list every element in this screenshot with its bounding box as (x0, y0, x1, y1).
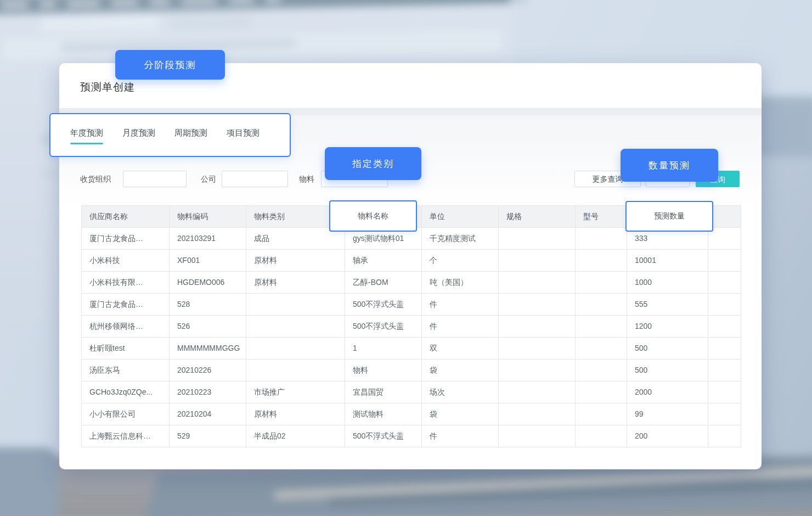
table-cell[interactable]: 小米科技有限… (82, 272, 170, 294)
table-cell[interactable]: 厦门古龙食品… (82, 228, 170, 250)
table-cell[interactable]: 宜昌国贸 (345, 382, 422, 403)
company-input[interactable] (222, 171, 288, 187)
table-cell[interactable]: 555 (627, 294, 708, 316)
table-cell[interactable]: MMMMMMMGGG (170, 338, 246, 360)
table-cell[interactable]: 500不浮式头盖 (345, 425, 422, 447)
table-cell[interactable] (708, 338, 741, 360)
table-cell[interactable] (576, 250, 627, 272)
table-cell[interactable] (499, 250, 576, 272)
table-cell[interactable]: 202103291 (170, 228, 246, 250)
table-cell[interactable] (576, 382, 627, 403)
table-cell[interactable]: 99 (627, 403, 708, 425)
receiving-org-input[interactable] (123, 171, 187, 187)
table-cell[interactable] (499, 294, 576, 316)
table-cell[interactable]: 个 (422, 250, 499, 272)
table-cell[interactable] (708, 316, 741, 338)
table-cell[interactable]: 厦门古龙食品… (82, 294, 170, 316)
table-cell[interactable] (499, 403, 576, 425)
table-cell[interactable]: 原材料 (246, 272, 345, 294)
table-cell[interactable] (499, 360, 576, 382)
table-cell[interactable]: 1000 (627, 272, 708, 294)
table-cell[interactable] (708, 403, 741, 425)
table-cell[interactable]: HGDEMO006 (170, 272, 246, 294)
table-cell[interactable]: 2000 (627, 382, 708, 403)
table-cell[interactable]: 原材料 (246, 250, 345, 272)
table-cell[interactable] (708, 425, 741, 447)
tab-1[interactable]: 年度预测 (70, 128, 103, 144)
table-cell[interactable] (708, 382, 741, 403)
table-cell[interactable] (246, 294, 345, 316)
table-cell[interactable] (499, 382, 576, 403)
material-label: 物料 (299, 171, 314, 187)
table-cell[interactable]: 测试物料 (345, 403, 422, 425)
table-cell[interactable]: 小小有限公司 (82, 403, 170, 425)
tab-4[interactable]: 项目预测 (227, 128, 260, 144)
table-cell[interactable] (576, 425, 627, 447)
table-cell[interactable]: 袋 (422, 403, 499, 425)
table-cell[interactable]: GCHo3Jzq0ZQe... (82, 382, 170, 403)
table-cell[interactable]: 件 (422, 294, 499, 316)
tab-2[interactable]: 月度预测 (122, 128, 155, 144)
column-header-9 (708, 206, 741, 228)
table-cell[interactable]: 上海甄云信息科… (82, 425, 170, 447)
table-cell[interactable]: 500 (627, 360, 708, 382)
table-cell[interactable] (708, 272, 741, 294)
table-cell[interactable] (576, 228, 627, 250)
table-cell[interactable] (576, 338, 627, 360)
table-cell[interactable] (708, 228, 741, 250)
forecast-table: 供应商名称物料编码物料类别物料名称单位规格型号预测数量厦门古龙食品…202103… (81, 205, 741, 447)
table-cell[interactable]: 吨（美国） (422, 272, 499, 294)
table-cell[interactable]: 市场推广 (246, 382, 345, 403)
table-cell[interactable] (499, 316, 576, 338)
table-cell[interactable] (576, 272, 627, 294)
table-cell[interactable] (499, 272, 576, 294)
table-cell[interactable]: 件 (422, 316, 499, 338)
table-cell[interactable] (576, 316, 627, 338)
table-cell[interactable]: 双 (422, 338, 499, 360)
table-cell[interactable]: 529 (170, 425, 246, 447)
table-cell[interactable]: 20210204 (170, 403, 246, 425)
table-cell[interactable]: 原材料 (246, 403, 345, 425)
table-cell[interactable]: 20210223 (170, 382, 246, 403)
table-cell[interactable]: 件 (422, 425, 499, 447)
table-cell[interactable] (499, 338, 576, 360)
table-cell[interactable]: 20210226 (170, 360, 246, 382)
table-cell[interactable] (708, 294, 741, 316)
table-cell[interactable]: 1 (345, 338, 422, 360)
table-cell[interactable] (499, 425, 576, 447)
table-cell[interactable]: 小米科技 (82, 250, 170, 272)
table-cell[interactable]: 轴承 (345, 250, 422, 272)
table-cell[interactable]: 千克精度测试 (422, 228, 499, 250)
tab-3[interactable]: 周期预测 (174, 128, 207, 144)
table-cell[interactable]: 1200 (627, 316, 708, 338)
table-cell[interactable]: 10001 (627, 250, 708, 272)
table-cell[interactable]: 半成品02 (246, 425, 345, 447)
table-cell[interactable]: 乙醇-BOM (345, 272, 422, 294)
screen: 预测单创建 年度预测月度预测周期预测项目预测 收货组织 公司 物料 更多查询 查… (0, 0, 812, 516)
table-cell[interactable]: 500 (627, 338, 708, 360)
table-cell[interactable]: 528 (170, 294, 246, 316)
table-cell[interactable]: 物料 (345, 360, 422, 382)
table-cell[interactable]: 500不浮式头盖 (345, 294, 422, 316)
table-cell[interactable] (246, 338, 345, 360)
table-cell[interactable] (576, 294, 627, 316)
table-cell[interactable]: 杭州移领网络… (82, 316, 170, 338)
table-cell[interactable]: 526 (170, 316, 246, 338)
table-cell[interactable] (576, 403, 627, 425)
receiving-org-label: 收货组织 (80, 171, 111, 187)
table-cell[interactable] (246, 316, 345, 338)
table-cell[interactable] (708, 250, 741, 272)
table-cell[interactable] (576, 360, 627, 382)
table-cell[interactable] (708, 360, 741, 382)
table-cell[interactable]: 袋 (422, 360, 499, 382)
table-cell[interactable]: 杜昕颐test (82, 338, 170, 360)
forecast-qty-callout: 预测数量 (625, 201, 713, 232)
table-cell[interactable]: 场次 (422, 382, 499, 403)
page-title: 预测单创建 (80, 80, 135, 94)
table-cell[interactable] (499, 228, 576, 250)
table-cell[interactable]: XF001 (170, 250, 246, 272)
table-cell[interactable] (246, 360, 345, 382)
table-cell[interactable]: 汤臣东马 (82, 360, 170, 382)
table-cell[interactable]: 200 (627, 425, 708, 447)
table-cell[interactable]: 500不浮式头盖 (345, 316, 422, 338)
